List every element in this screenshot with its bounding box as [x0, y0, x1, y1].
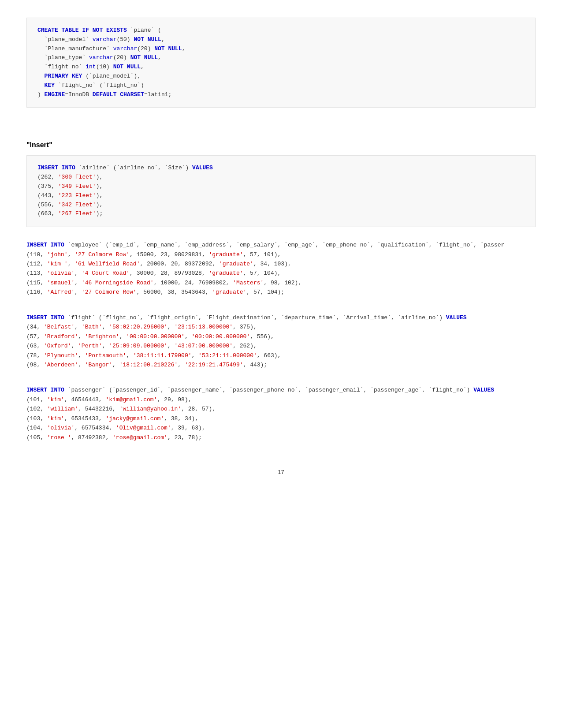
- page-number: 17: [278, 469, 284, 475]
- create-table-block: CREATE TABLE IF NOT EXISTS `plane` ( `pl…: [26, 18, 536, 108]
- insert-employee-block: INSERT INTO `employee` (`emp_id`, `emp_n…: [26, 240, 536, 297]
- insert-passenger-block: INSERT INTO `passenger` (`passenger_id`,…: [26, 385, 536, 442]
- insert-heading: "Insert": [26, 141, 536, 149]
- insert-flight-block: INSERT INTO `flight` (`flight_no`, `flig…: [26, 313, 536, 370]
- create-keyword: CREATE TABLE IF NOT EXISTS: [37, 27, 127, 34]
- insert-airline-block: INSERT INTO `airline` (`airline_no`, `Si…: [26, 155, 536, 227]
